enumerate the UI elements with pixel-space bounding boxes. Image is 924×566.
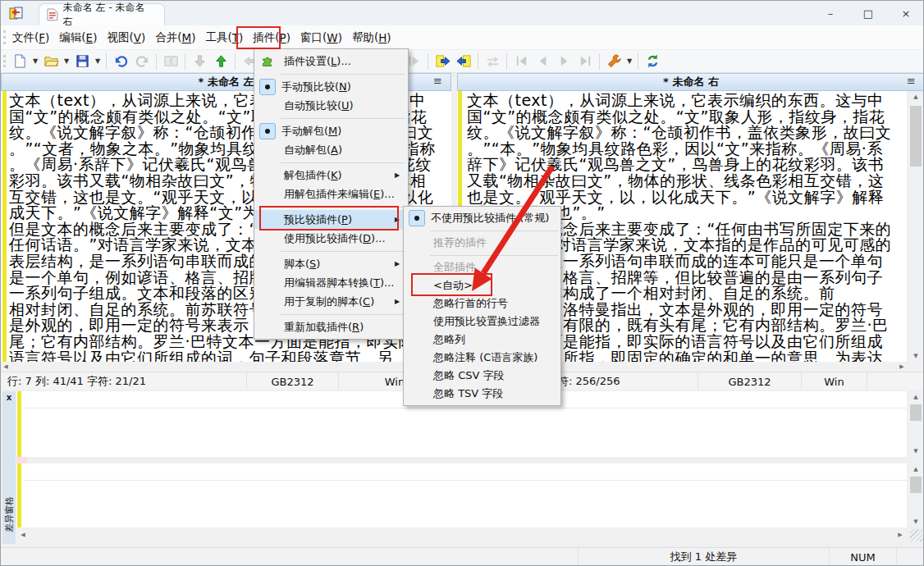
minimize-button[interactable]: –	[812, 1, 849, 25]
new-file-icon[interactable]	[9, 52, 30, 71]
refresh-icon[interactable]	[642, 52, 663, 71]
menu-icon-placeholder	[257, 97, 278, 115]
menu-separator	[254, 203, 408, 210]
last-difference-icon[interactable]	[574, 52, 596, 71]
open-file-icon[interactable]	[40, 52, 62, 71]
save-file-icon[interactable]	[71, 52, 93, 71]
text-line: 纹。《说文解字叙》称：“仓颉初作书，盖依类象形，故曰文	[467, 125, 907, 141]
swap-panes-icon[interactable]	[482, 52, 503, 71]
undo-icon[interactable]	[110, 52, 131, 71]
maximize-button[interactable]: □	[849, 1, 887, 25]
menu-item-脚本[interactable]: 脚本(S)▶	[254, 254, 408, 273]
menu-item-用于复制的脚本[interactable]: 用于复制的脚本(C)▶	[254, 292, 408, 311]
redo-icon[interactable]	[131, 52, 153, 71]
menu-item-label: 自动预比较(U)	[278, 98, 408, 113]
menu-icon-placeholder	[406, 258, 428, 276]
menubar-item-编辑[interactable]: 编辑(E)	[54, 25, 102, 49]
menu-item-用编辑器脚本转换[interactable]: 用编辑器脚本转换(T)...	[254, 273, 408, 292]
scroll-right-icon[interactable]: ▶	[897, 362, 907, 372]
scrollbar-thumb[interactable]	[910, 477, 922, 493]
pane-menu-icon[interactable]: ≡	[433, 75, 442, 87]
scroll-right-icon[interactable]: ▶	[895, 530, 905, 540]
merge-down-icon[interactable]	[189, 52, 210, 71]
winmerge-window: 未命名 左 - 未命名 右 – □ × 文件(F)编辑(E)视图(V)合并(M)…	[0, 0, 924, 566]
menubar-item-窗口[interactable]: 窗口(W)	[295, 25, 347, 49]
scroll-left-icon[interactable]: ◀	[18, 530, 28, 540]
menu-item-使用预比较插件[interactable]: 使用预比较插件(D)...	[254, 229, 408, 248]
menubar: 文件(F)编辑(E)视图(V)合并(M)工具(T)插件(P)窗口(W)帮助(H)	[1, 25, 924, 50]
menu-item-自动[interactable]: <自动>	[404, 276, 560, 294]
menubar-item-帮助[interactable]: 帮助(H)	[347, 25, 396, 49]
tab-title: 未命名 左 - 未命名 右	[63, 1, 157, 29]
menu-icon-placeholder	[406, 313, 428, 331]
scrollbar-corner	[907, 362, 924, 372]
scroll-up-icon[interactable]: ▲	[907, 463, 924, 475]
diff-splitter-marker	[16, 457, 27, 463]
dropdown-caret-icon[interactable]: ▼	[93, 52, 103, 71]
menu-icon-placeholder	[406, 331, 428, 349]
resize-grip[interactable]	[910, 529, 922, 541]
menu-item-手动预比较[interactable]: 手动预比较(N)	[254, 77, 408, 96]
first-difference-icon[interactable]	[510, 52, 532, 71]
pane-menu-icon[interactable]: ≡	[907, 75, 916, 87]
vertical-scrollbar[interactable]: ▲ ▼	[907, 91, 924, 362]
scroll-down-icon[interactable]: ▼	[907, 516, 924, 527]
statusbar-empty-cell	[1, 548, 579, 566]
diff-horizontal-scrollbar[interactable]: ◀ ▶	[16, 527, 907, 542]
menu-item-忽略 TSV 字段[interactable]: 忽略 TSV 字段	[404, 385, 560, 403]
dropdown-caret-icon[interactable]: ▼	[624, 52, 634, 71]
menu-separator	[404, 252, 560, 258]
menu-item-手动解包[interactable]: 手动解包(M)	[254, 121, 408, 140]
menubar-item-文件[interactable]: 文件(F)	[7, 25, 54, 49]
menubar-item-合并[interactable]: 合并(M)	[150, 25, 200, 49]
menu-item-解包插件[interactable]: 解包插件(K)▶	[254, 166, 408, 185]
menu-item-重新加载插件[interactable]: 重新加载插件(R)	[254, 317, 408, 336]
menu-item-忽略行首的行号[interactable]: 忽略行首的行号	[404, 294, 560, 313]
diff-vertical-scrollbar[interactable]: ▲ ▼	[907, 391, 924, 457]
menu-item-自动解包[interactable]: 自动解包(A)	[254, 140, 408, 159]
scrollbar-thumb[interactable]	[910, 106, 922, 167]
copy-right-icon[interactable]	[432, 52, 453, 71]
document-tab[interactable]: 未命名 左 - 未命名 右	[39, 3, 165, 25]
menubar-item-插件[interactable]: 插件(P)	[248, 25, 295, 49]
menu-item-忽略列[interactable]: 忽略列	[404, 331, 560, 349]
diff-pane-right-text[interactable]	[16, 463, 907, 527]
close-button[interactable]: ×	[887, 1, 924, 25]
options-icon[interactable]	[603, 52, 624, 71]
dropdown-caret-icon[interactable]: ▼	[62, 52, 71, 71]
diff-pane-close-icon[interactable]: x	[2, 391, 16, 403]
menu-item-label: 重新加载插件(R)	[278, 320, 408, 335]
scroll-left-icon[interactable]: ◀	[1, 362, 11, 372]
view-split-icon[interactable]	[160, 52, 181, 71]
menu-icon-placeholder	[257, 230, 278, 248]
next-difference-icon[interactable]	[553, 52, 574, 71]
diff-count-status: 找到 1 处差异	[579, 548, 830, 566]
menu-item-不使用预比较插件 (常规)[interactable]: 不使用预比较插件 (常规)	[404, 209, 560, 227]
menu-item-自动预比较[interactable]: 自动预比较(U)	[254, 96, 408, 115]
menu-item-插件设置[interactable]: 插件设置(L)...	[254, 52, 408, 71]
menu-item-使用预比较置换过滤器[interactable]: 使用预比较置换过滤器	[404, 313, 560, 331]
menu-item-用解包插件来编辑[interactable]: 用解包插件来编辑(E)...	[254, 185, 408, 203]
menu-item-全部插件[interactable]: 全部插件	[404, 258, 560, 276]
previous-difference-icon[interactable]	[532, 52, 553, 71]
winmerge-file-icon	[47, 8, 58, 21]
dropdown-caret-icon[interactable]: ▼	[30, 52, 40, 71]
menu-item-忽略注释 (C语言家族)[interactable]: 忽略注释 (C语言家族)	[404, 349, 560, 367]
scroll-down-icon[interactable]: ▼	[907, 350, 924, 362]
menu-item-推荐的插件[interactable]: 推荐的插件	[404, 234, 560, 252]
scroll-up-icon[interactable]: ▲	[907, 91, 924, 103]
submenu-arrow-icon: ▶	[395, 171, 408, 179]
copy-left-icon[interactable]	[453, 52, 474, 71]
scrollbar-thumb[interactable]	[910, 404, 922, 421]
menubar-item-视图[interactable]: 视图(V)	[102, 25, 150, 49]
merge-up-icon[interactable]	[210, 52, 231, 71]
menu-separator	[254, 71, 408, 77]
diff-vertical-scrollbar[interactable]: ▲ ▼	[907, 463, 924, 527]
menubar-item-工具[interactable]: 工具(T)	[200, 25, 248, 49]
scroll-down-icon[interactable]: ▼	[907, 445, 924, 457]
left-horizontal-scrollbar[interactable]: ◀ ▶	[1, 362, 451, 372]
menu-item-预比较插件[interactable]: 预比较插件(P)▶	[254, 210, 408, 229]
diff-pane: x ▲ ▼ ▲ ▼ ◀ ▶	[1, 390, 924, 547]
menu-item-忽略 CSV 字段[interactable]: 忽略 CSV 字段	[404, 367, 560, 385]
scroll-up-icon[interactable]: ▲	[907, 391, 924, 403]
